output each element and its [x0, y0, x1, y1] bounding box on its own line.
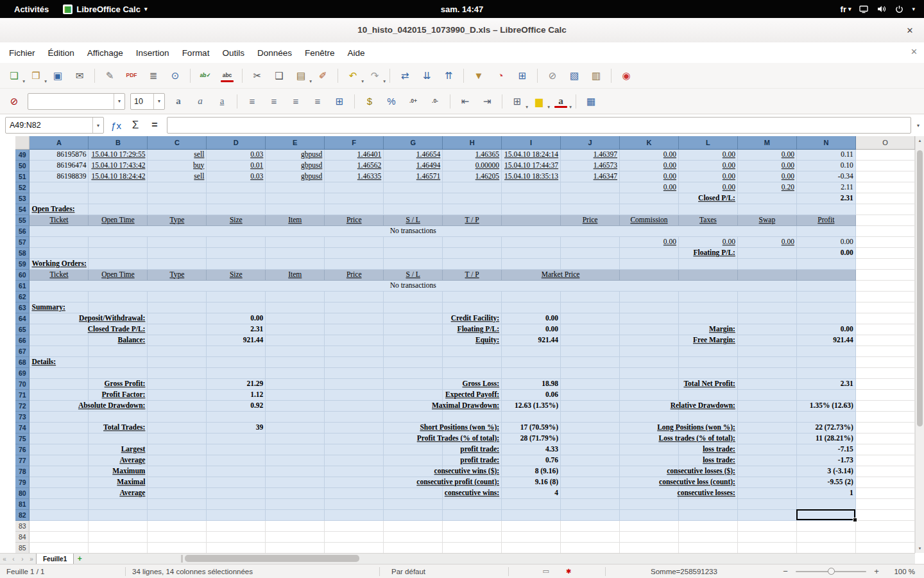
cell-E83[interactable] — [266, 520, 325, 531]
activities-button[interactable]: Activités — [9, 3, 54, 15]
cell-F77[interactable] — [325, 455, 384, 466]
cell-E76[interactable] — [266, 444, 325, 455]
cell-A60[interactable]: Ticket — [30, 269, 89, 280]
row-header-56[interactable]: 56 — [15, 225, 30, 236]
cell-L63[interactable] — [678, 302, 737, 313]
cell-E73[interactable] — [266, 411, 325, 422]
cell-K57[interactable]: 0.00 — [620, 236, 679, 247]
chevron-down-icon[interactable]: ▾ — [912, 6, 915, 12]
cell-H49[interactable]: 1.46365 — [443, 149, 502, 160]
cell-E70[interactable] — [266, 378, 325, 389]
cell-M82[interactable] — [737, 509, 796, 520]
cell-B73[interactable] — [89, 411, 148, 422]
row-header-73[interactable]: 73 — [15, 411, 30, 422]
cell-E82[interactable] — [266, 509, 325, 520]
sort-descending-button[interactable]: ⇈ — [438, 67, 459, 85]
cell-I78[interactable]: 8 (9.16) — [502, 466, 561, 477]
row-header-80[interactable]: 80 — [15, 487, 30, 498]
name-box[interactable]: A49:N82 ▾ — [5, 117, 104, 134]
cell-I70[interactable]: 18.98 — [502, 378, 561, 389]
slashed-circle-button[interactable]: ⊘ — [542, 67, 563, 85]
cell-N55[interactable]: Profit — [796, 215, 855, 225]
cell-E77[interactable] — [266, 455, 325, 466]
cell-G73[interactable] — [384, 411, 443, 422]
cell-N73[interactable] — [796, 411, 855, 422]
cell-D65[interactable]: 2.31 — [207, 324, 266, 335]
cell-B59[interactable] — [89, 258, 148, 269]
cell-I84[interactable] — [502, 531, 561, 542]
cell-A63[interactable]: Summary: — [30, 302, 89, 313]
cell-C63[interactable] — [148, 302, 207, 313]
find-and-replace-button[interactable]: ⇄ — [395, 67, 415, 85]
cell-E65[interactable] — [266, 324, 325, 335]
cell-N84[interactable] — [796, 531, 855, 542]
cell-A54[interactable]: Open Trades: — [30, 204, 89, 215]
cell-N66[interactable]: 921.44 — [796, 335, 855, 346]
cell-B53[interactable] — [89, 193, 148, 204]
cell-D62[interactable] — [207, 291, 266, 302]
cell-M65[interactable] — [737, 324, 796, 335]
add-sheet-button[interactable]: + — [74, 554, 85, 564]
row-header-70[interactable]: 70 — [15, 378, 30, 389]
cell-G60[interactable]: S / L — [384, 269, 443, 280]
dropdown-caret-icon[interactable]: ▾ — [309, 78, 312, 84]
row-header-81[interactable]: 81 — [15, 498, 30, 509]
cell-J68[interactable] — [561, 356, 620, 367]
column-header-G[interactable]: G — [384, 136, 443, 149]
cell-L65[interactable]: Margin: — [678, 324, 737, 335]
cell-E54[interactable] — [266, 204, 325, 215]
cell-A66[interactable] — [30, 335, 89, 346]
cell-H74[interactable]: Short Positions (won %): — [443, 422, 502, 433]
cell-B75[interactable] — [89, 433, 148, 444]
align-center-button[interactable]: ≡ — [264, 92, 284, 110]
row-header-54[interactable]: 54 — [15, 204, 30, 215]
cell-I82[interactable] — [502, 509, 561, 520]
cell-D78[interactable] — [207, 466, 266, 477]
menu-insertion[interactable]: Insertion — [130, 46, 176, 60]
delete-decimal-button[interactable]: .0- — [425, 92, 445, 110]
cell-L82[interactable] — [678, 509, 737, 520]
cell-A59[interactable]: Working Orders: — [30, 258, 89, 269]
cell-F81[interactable] — [325, 498, 384, 509]
cell-B83[interactable] — [89, 520, 148, 531]
cell-N67[interactable] — [796, 346, 855, 356]
cell-L60[interactable] — [678, 269, 737, 280]
edit-mode-button[interactable]: ✎ — [99, 67, 120, 85]
cell-L52[interactable]: 0.00 — [678, 182, 737, 193]
cell-M55[interactable]: Swap — [737, 215, 796, 225]
cell-C60[interactable]: Type — [148, 269, 207, 280]
cell-E52[interactable] — [266, 182, 325, 193]
cell-K84[interactable] — [620, 531, 679, 542]
cell-O77[interactable] — [855, 455, 914, 466]
cell-G82[interactable] — [384, 509, 443, 520]
cell-M60[interactable] — [737, 269, 796, 280]
cell-M71[interactable] — [737, 389, 796, 400]
cell-B85[interactable] — [89, 542, 148, 553]
sort-ascending-button[interactable]: ⇊ — [416, 67, 437, 85]
cell-J65[interactable] — [561, 324, 620, 335]
row-header-74[interactable]: 74 — [15, 422, 30, 433]
cell-I72[interactable]: 12.63 (1.35%) — [502, 400, 561, 411]
cell-D60[interactable]: Size — [207, 269, 266, 280]
cell-J55[interactable]: Price — [561, 215, 620, 225]
cell-C85[interactable] — [148, 542, 207, 553]
cell-M77[interactable] — [737, 455, 796, 466]
cell-N80[interactable]: 1 — [796, 487, 855, 498]
cell-G57[interactable] — [384, 236, 443, 247]
no-fill-button[interactable]: ⊘ — [4, 92, 24, 110]
row-header-58[interactable]: 58 — [15, 247, 30, 258]
cell-B49[interactable]: 15.04.10 17:29:55 — [89, 149, 148, 160]
formula-input[interactable] — [167, 117, 911, 134]
cell-C62[interactable] — [148, 291, 207, 302]
cell-O78[interactable] — [855, 466, 914, 477]
cell-I55[interactable] — [502, 215, 561, 225]
cell-N57[interactable]: 0.00 — [796, 236, 855, 247]
cell-O75[interactable] — [855, 433, 914, 444]
row-header-71[interactable]: 71 — [15, 389, 30, 400]
cell-N50[interactable]: 0.10 — [796, 160, 855, 171]
cell-M79[interactable] — [737, 477, 796, 487]
cell-E72[interactable] — [266, 400, 325, 411]
cell-B82[interactable] — [89, 509, 148, 520]
cell-K53[interactable] — [620, 193, 679, 204]
copy-button[interactable]: ❑ — [269, 67, 289, 85]
